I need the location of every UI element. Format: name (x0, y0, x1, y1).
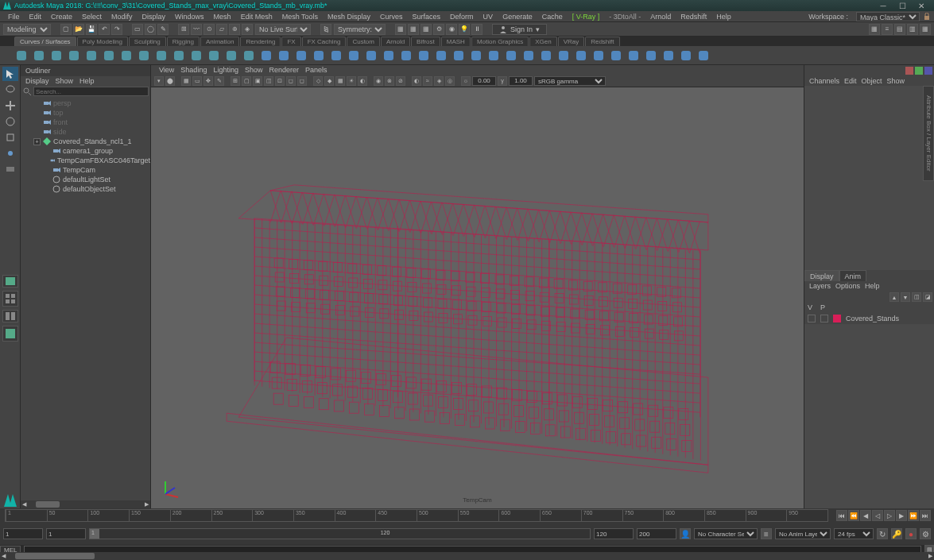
vp-xray-icon[interactable]: ⊗ (385, 76, 394, 86)
vp-film-gate-icon[interactable]: ▢ (242, 76, 251, 86)
light-editor-icon[interactable]: 💡 (459, 24, 470, 35)
undo-icon[interactable]: ↶ (99, 24, 110, 35)
step-fwd-icon[interactable]: ▶ (896, 510, 907, 521)
vp-bookmark-icon[interactable]: ▦ (181, 76, 191, 86)
expand-icon[interactable]: + (33, 138, 41, 145)
auto-key-icon[interactable]: 🔑 (891, 528, 902, 539)
ch-menu-object[interactable]: Object (862, 77, 882, 85)
shelf-text-icon[interactable] (137, 48, 151, 63)
vp-aa-icon[interactable]: ◈ (434, 76, 444, 86)
last-tool-icon[interactable] (2, 146, 18, 160)
shelf-extrude-icon[interactable] (399, 48, 413, 63)
vp-wireframe-icon[interactable]: ◇ (313, 76, 323, 86)
shelf-cylinder-icon[interactable] (312, 48, 326, 63)
menu-vray[interactable]: [ V-Ray ] (568, 13, 605, 21)
shelf-square-icon[interactable] (451, 48, 466, 63)
play-back-icon[interactable]: ◁ (872, 510, 883, 521)
shelf-offset-surf-icon[interactable] (679, 48, 693, 63)
menu-redshift[interactable]: Redshift (676, 13, 711, 21)
outliner-menu-display[interactable]: Display (25, 77, 49, 85)
ch-menu-show[interactable]: Show (887, 77, 905, 85)
paint-select-icon[interactable]: ✎ (157, 24, 169, 35)
layer-vis-toggle[interactable] (808, 315, 816, 322)
layer-movedown-icon[interactable]: ▼ (901, 292, 910, 302)
menu-select[interactable]: Select (77, 13, 107, 21)
shelf-plane-icon[interactable] (364, 48, 378, 63)
vp-res-gate-icon[interactable]: ▣ (253, 76, 262, 86)
symmetry-dropdown[interactable]: Symmetry: Off (334, 24, 386, 35)
toggle-tool-icon[interactable]: ▥ (907, 24, 918, 35)
vp-safe-title-icon[interactable]: ◻ (297, 76, 307, 86)
menu-display[interactable]: Display (138, 13, 171, 21)
vp-lock-cam-icon[interactable]: ⬤ (165, 76, 175, 86)
go-start-icon[interactable]: ⏮ (836, 510, 847, 521)
shelf-tab-vray[interactable]: VRay (558, 37, 585, 46)
vp-xray-joint-icon[interactable]: ⊘ (396, 76, 405, 86)
play-fwd-icon[interactable]: ▷ (884, 510, 895, 521)
shelf-arc-icon[interactable] (102, 48, 116, 63)
workspace-dropdown[interactable]: Maya Classic* (856, 12, 920, 21)
channel-box-icon[interactable] (905, 67, 913, 75)
tree-row[interactable]: persp (21, 98, 150, 108)
shelf-cube-icon[interactable] (294, 48, 308, 63)
outliner-tree[interactable]: persptopfrontside+Covered_Stands_ncl1_1c… (21, 97, 150, 508)
range-slider[interactable]: 1 120 (89, 528, 591, 539)
vp-isolate-icon[interactable]: ◉ (374, 76, 383, 86)
go-end-icon[interactable]: ⏭ (920, 510, 931, 521)
vp-menu-shading[interactable]: Shading (180, 66, 207, 74)
shelf-rebuild-icon[interactable] (242, 48, 256, 63)
vp-motion-blur-icon[interactable]: ≈ (423, 76, 432, 86)
shelf-cone-icon[interactable] (329, 48, 343, 63)
layer-color-swatch[interactable] (833, 315, 841, 322)
snap-grid-icon[interactable]: ⊞ (178, 24, 189, 35)
new-scene-icon[interactable]: ▢ (60, 24, 72, 35)
vp-light-icon[interactable]: ☀ (347, 76, 356, 86)
range-handle[interactable]: 1 (90, 529, 99, 539)
tree-row[interactable]: camera1_group (21, 146, 150, 156)
lasso-tool-icon[interactable] (2, 83, 18, 97)
soft-select-icon[interactable] (2, 162, 18, 176)
tree-row[interactable]: defaultLightSet (21, 175, 150, 184)
shelf-attach-surf-icon[interactable] (609, 48, 623, 63)
vp-select-cam-icon[interactable]: ▾ (154, 76, 164, 86)
range-end-full[interactable] (637, 528, 676, 539)
snap-live-icon[interactable]: ◈ (242, 24, 253, 35)
snap-curve-icon[interactable]: 〰 (191, 24, 202, 35)
hypershade-icon[interactable]: ◉ (446, 24, 457, 35)
menu-mesh[interactable]: Mesh (209, 13, 236, 21)
vp-menu-lighting[interactable]: Lighting (213, 66, 238, 74)
shelf-circle-icon[interactable] (14, 48, 29, 63)
lock-icon[interactable] (923, 13, 931, 21)
toggle-outliner-icon[interactable]: ≡ (882, 24, 893, 35)
menu-3dtoall[interactable]: - 3DtoAll - (604, 13, 645, 21)
menu-generate[interactable]: Generate (498, 13, 537, 21)
shelf-ep-curve-icon[interactable] (49, 48, 64, 63)
maximize-button[interactable]: ☐ (893, 1, 912, 10)
vp-grease-icon[interactable]: ✎ (215, 76, 224, 86)
tree-row[interactable]: top (21, 108, 150, 118)
vp-exposure-value[interactable] (472, 76, 496, 86)
tree-row[interactable]: side (21, 127, 150, 137)
shelf-rebuild-surf-icon[interactable] (696, 48, 711, 63)
vp-gamma-icon[interactable]: γ (498, 76, 507, 86)
symmetry-icon[interactable]: ⧎ (320, 24, 331, 35)
menu-edit[interactable]: Edit (25, 13, 47, 21)
fps-dropdown[interactable]: 24 fps (834, 528, 874, 539)
menu-deform[interactable]: Deform (445, 13, 479, 21)
tree-row[interactable]: front (21, 118, 150, 127)
shelf-bevel-icon[interactable] (469, 48, 483, 63)
select-tool-icon[interactable] (2, 67, 18, 81)
shelf-tab-xgen[interactable]: XGen (529, 37, 556, 46)
range-start[interactable] (46, 528, 86, 539)
vp-dof-icon[interactable]: ◎ (445, 76, 455, 86)
vp-menu-show[interactable]: Show (245, 66, 263, 74)
attr-editor-icon[interactable] (924, 67, 932, 75)
character-set-dropdown[interactable]: No Character Set (694, 528, 758, 539)
shelf-tab-rigging[interactable]: Rigging (167, 37, 200, 46)
ipr-icon[interactable]: ▦ (420, 24, 432, 35)
set-key-icon[interactable]: ● (905, 528, 917, 539)
menu-arnold[interactable]: Arnold (645, 13, 676, 21)
shelf-tab-curves[interactable]: Curves / Surfaces (14, 37, 76, 46)
rotate-tool-icon[interactable] (2, 114, 18, 129)
toggle-channel-icon[interactable]: ▦ (920, 24, 931, 35)
